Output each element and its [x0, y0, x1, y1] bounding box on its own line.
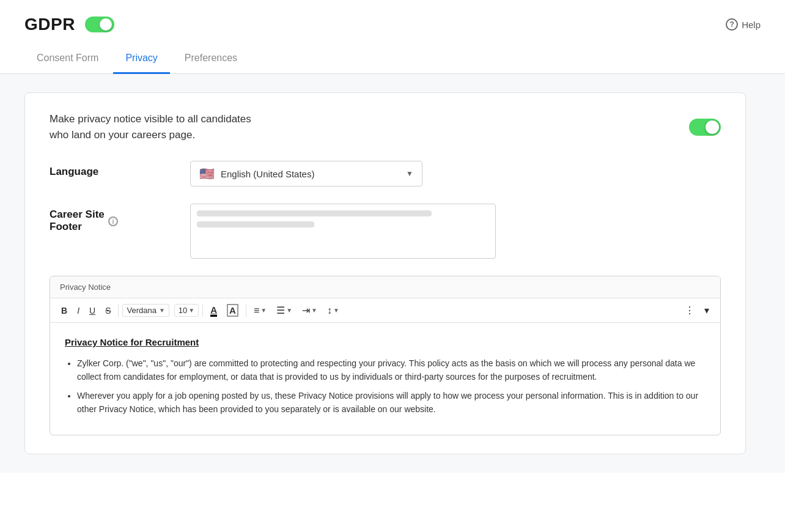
- align-icon: ≡: [254, 305, 259, 316]
- privacy-notice-editor: Privacy Notice B I U S Verdana ▼ 10 ▼: [50, 276, 721, 435]
- tab-preferences[interactable]: Preferences: [172, 44, 249, 74]
- career-site-footer-label: Career SiteFooter i: [50, 204, 172, 233]
- toolbar-font-color-button[interactable]: A: [207, 303, 221, 318]
- line-height-icon: ↕: [327, 305, 332, 316]
- toolbar-italic-button[interactable]: I: [73, 303, 83, 318]
- font-family-select-wrapper[interactable]: Verdana ▼: [122, 304, 169, 317]
- header: GDPR ? Help: [0, 0, 785, 44]
- toggle-slider: [85, 17, 114, 32]
- list-dropdown-icon: ▼: [286, 307, 292, 314]
- career-site-footer-placeholder[interactable]: [191, 204, 496, 238]
- editor-bullet-list: Zylker Corp. ("we", "us", "our") are com…: [65, 357, 706, 416]
- font-size-dropdown-icon: ▼: [188, 307, 194, 314]
- editor-toolbar: B I U S Verdana ▼ 10 ▼: [50, 298, 720, 323]
- help-link[interactable]: ? Help: [726, 18, 761, 31]
- font-color-label: A: [210, 305, 217, 317]
- font-size-value: 10: [179, 306, 187, 315]
- language-row: Language 🇺🇸 English (United States) ▼: [50, 161, 721, 187]
- bg-color-label: A: [227, 304, 238, 317]
- dropdown-arrow-icon: ▼: [406, 169, 413, 178]
- more-icon: ⋮: [685, 305, 695, 316]
- privacy-visible-row: Make privacy notice visible to all candi…: [50, 111, 721, 142]
- toolbar-list-button[interactable]: ☰ ▼: [273, 302, 296, 319]
- toolbar-line-height-button[interactable]: ↕ ▼: [323, 303, 343, 319]
- toolbar-more-button[interactable]: ⋮: [681, 302, 698, 319]
- tabs-bar: Consent Form Privacy Preferences: [0, 44, 785, 74]
- font-size-select-wrapper[interactable]: 10 ▼: [174, 304, 199, 317]
- font-family-dropdown-icon: ▼: [159, 307, 165, 314]
- help-label: Help: [742, 20, 761, 30]
- align-dropdown-icon: ▼: [260, 307, 267, 314]
- privacy-visible-toggle[interactable]: [689, 119, 721, 136]
- collapse-icon: ▾: [704, 305, 709, 316]
- toolbar-strikethrough-button[interactable]: S: [101, 303, 114, 318]
- placeholder-line-1: [197, 210, 432, 216]
- language-label: Language: [50, 161, 172, 178]
- help-circle-icon: ?: [726, 18, 738, 31]
- toggle-large-slider: [689, 119, 721, 136]
- language-value: English (United States): [221, 169, 400, 179]
- editor-heading: Privacy Notice for Recruitment: [65, 335, 706, 350]
- indent-icon: ⇥: [302, 305, 310, 316]
- toolbar-bold-button[interactable]: B: [57, 303, 71, 318]
- toolbar-divider-3: [246, 305, 246, 317]
- privacy-visible-text: Make privacy notice visible to all candi…: [50, 111, 251, 142]
- toolbar-divider-2: [202, 305, 203, 317]
- page-wrapper: GDPR ? Help Consent Form Privacy Prefere…: [0, 0, 785, 532]
- line-height-dropdown-icon: ▼: [333, 307, 339, 314]
- toolbar-underline-button[interactable]: U: [86, 303, 99, 318]
- list-icon: ☰: [276, 305, 285, 316]
- toolbar-indent-button[interactable]: ⇥ ▼: [298, 302, 321, 319]
- main-content: Make privacy notice visible to all candi…: [0, 74, 785, 473]
- header-left: GDPR: [24, 15, 114, 34]
- footer-info-icon[interactable]: i: [108, 216, 118, 226]
- us-flag-icon: 🇺🇸: [199, 166, 215, 181]
- tab-consent-form[interactable]: Consent Form: [24, 44, 111, 74]
- editor-content-area[interactable]: Privacy Notice for Recruitment Zylker Co…: [50, 323, 720, 435]
- language-select[interactable]: 🇺🇸 English (United States) ▼: [190, 161, 422, 187]
- career-site-footer-textarea-wrapper: [190, 204, 496, 259]
- toolbar-collapse-button[interactable]: ▾: [701, 302, 713, 319]
- privacy-card: Make privacy notice visible to all candi…: [24, 92, 746, 454]
- tab-privacy[interactable]: Privacy: [113, 44, 169, 74]
- indent-dropdown-icon: ▼: [311, 307, 317, 314]
- gdpr-toggle[interactable]: [85, 17, 114, 32]
- editor-bullet-2: Wherever you apply for a job opening pos…: [77, 390, 706, 416]
- placeholder-line-2: [197, 221, 314, 227]
- toolbar-divider-1: [118, 305, 119, 317]
- toolbar-align-button[interactable]: ≡ ▼: [250, 303, 270, 319]
- editor-bullet-1: Zylker Corp. ("we", "us", "our") are com…: [77, 357, 706, 383]
- editor-header: Privacy Notice: [50, 276, 720, 298]
- toolbar-bg-color-button[interactable]: A: [223, 303, 242, 318]
- gdpr-title: GDPR: [24, 15, 75, 34]
- font-family-value: Verdana: [127, 306, 156, 315]
- career-site-footer-row: Career SiteFooter i: [50, 204, 721, 259]
